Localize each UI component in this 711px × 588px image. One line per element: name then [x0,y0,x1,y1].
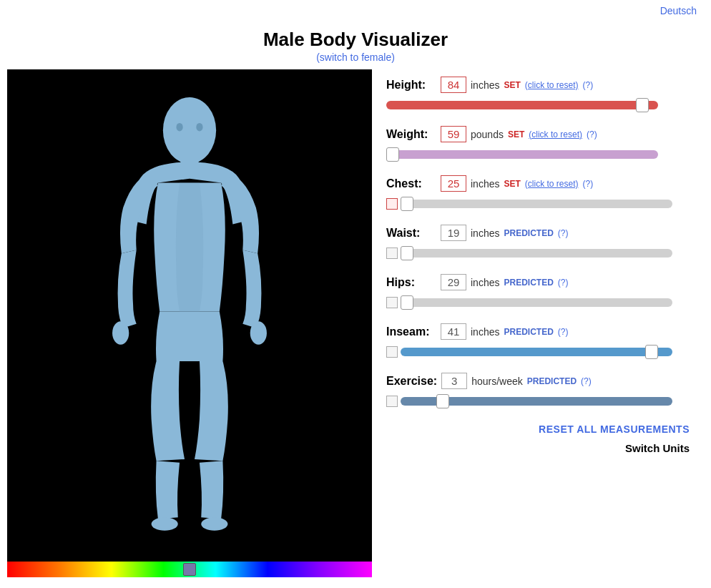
measurement-row-6: Exercise:3hours/weekPREDICTED(?) [386,373,690,409]
measurement-name-6: Exercise: [386,375,437,388]
checkbox-5[interactable] [386,346,398,358]
slider-track-6[interactable] [401,397,672,406]
measurement-unit-2: inches [471,178,499,190]
model-panel [7,69,372,577]
measurement-label-row-4: Hips:29inchesPREDICTED(?) [386,274,690,290]
measurement-value-5: 41 [441,323,466,340]
measurement-value-6: 3 [441,373,467,389]
measurement-unit-6: hours/week [471,376,523,387]
measurement-status-3: PREDICTED [504,228,553,238]
slider-container-1[interactable] [386,147,690,162]
slider-container-6[interactable] [386,393,690,409]
measurement-name-3: Waist: [386,227,436,240]
main-content: Height:84inchesSET(click to reset)(?)Wei… [0,69,711,577]
checkbox-6[interactable] [386,396,398,407]
measurement-label-row-1: Weight:59poundsSET(click to reset)(?) [386,126,690,142]
svg-point-2 [176,123,182,132]
reset-link-2[interactable]: (click to reset) [525,179,579,189]
measurement-status-4: PREDICTED [504,278,553,288]
slider-track-5[interactable] [401,348,672,356]
title-section: Male Body Visualizer (switch to female) [0,21,711,69]
measurement-name-2: Chest: [386,177,436,190]
model-figure [7,69,372,570]
slider-thumb-2[interactable] [401,197,413,211]
slider-track-2[interactable] [401,200,672,208]
help-link-0[interactable]: (?) [583,80,594,90]
reset-link-0[interactable]: (click to reset) [525,80,579,90]
slider-track-4[interactable] [401,298,672,307]
measurement-name-5: Inseam: [386,325,436,338]
controls-panel: Height:84inchesSET(click to reset)(?)Wei… [372,69,704,577]
reset-link-1[interactable]: (click to reset) [529,129,582,139]
slider-thumb-0[interactable] [636,98,649,112]
measurement-label-row-0: Height:84inchesSET(click to reset)(?) [386,77,690,93]
slider-thumb-5[interactable] [645,345,658,359]
bottom-buttons: RESET ALL MEASUREMENTS Switch Units [386,423,690,454]
svg-point-6 [152,517,178,531]
slider-container-4[interactable] [386,295,690,310]
svg-point-5 [250,321,267,345]
slider-thumb-1[interactable] [386,147,399,162]
switch-units-button[interactable]: Switch Units [625,442,690,454]
help-link-1[interactable]: (?) [587,129,597,139]
slider-container-3[interactable] [386,245,690,261]
measurement-row-0: Height:84inchesSET(click to reset)(?) [386,77,690,113]
help-link-3[interactable]: (?) [558,228,569,238]
measurement-row-5: Inseam:41inchesPREDICTED(?) [386,323,690,360]
svg-point-4 [112,321,129,345]
measurement-unit-3: inches [471,227,499,239]
checkbox-2[interactable] [386,198,398,210]
slider-container-2[interactable] [386,196,690,212]
slider-track-0[interactable] [386,101,658,109]
page-title: Male Body Visualizer [0,29,711,51]
slider-track-1[interactable] [386,150,658,159]
switch-gender-link[interactable]: (switch to female) [316,52,395,63]
measurement-unit-5: inches [471,326,499,338]
color-bar[interactable] [7,562,372,577]
measurement-unit-1: pounds [471,129,504,140]
slider-thumb-4[interactable] [401,295,413,310]
measurement-status-1: SET [508,129,524,139]
measurement-value-3: 19 [441,225,466,241]
help-link-6[interactable]: (?) [581,376,592,386]
measurement-status-2: SET [504,179,520,189]
svg-point-1 [163,97,216,164]
checkbox-3[interactable] [386,248,398,259]
slider-container-5[interactable] [386,344,690,360]
measurements-container: Height:84inchesSET(click to reset)(?)Wei… [386,77,690,409]
measurement-value-2: 25 [441,175,466,192]
measurement-unit-4: inches [471,277,499,288]
language-link[interactable]: Deutsch [660,5,697,16]
measurement-row-4: Hips:29inchesPREDICTED(?) [386,274,690,310]
measurement-row-1: Weight:59poundsSET(click to reset)(?) [386,126,690,162]
slider-thumb-3[interactable] [401,246,413,260]
measurement-status-6: PREDICTED [527,376,577,386]
slider-thumb-6[interactable] [436,394,449,408]
top-bar: Deutsch [0,0,711,21]
measurement-row-3: Waist:19inchesPREDICTED(?) [386,225,690,261]
measurement-name-4: Hips: [386,276,436,289]
measurement-label-row-3: Waist:19inchesPREDICTED(?) [386,225,690,241]
measurement-name-1: Weight: [386,128,436,141]
svg-point-3 [196,123,202,132]
measurement-row-2: Chest:25inchesSET(click to reset)(?) [386,175,690,212]
measurement-value-0: 84 [441,77,466,93]
help-link-2[interactable]: (?) [583,179,594,189]
measurement-label-row-5: Inseam:41inchesPREDICTED(?) [386,323,690,340]
body-model-svg [97,87,283,552]
measurement-name-0: Height: [386,79,436,92]
svg-point-7 [201,517,227,531]
measurement-label-row-6: Exercise:3hours/weekPREDICTED(?) [386,373,690,389]
measurement-unit-0: inches [471,79,499,91]
measurement-status-0: SET [504,80,520,90]
checkbox-4[interactable] [386,297,398,308]
help-link-5[interactable]: (?) [558,327,569,337]
slider-container-0[interactable] [386,97,690,113]
measurement-status-5: PREDICTED [504,327,553,337]
measurement-value-4: 29 [441,274,466,290]
slider-track-3[interactable] [401,249,672,258]
color-bar-thumb[interactable] [183,563,196,576]
reset-all-button[interactable]: RESET ALL MEASUREMENTS [539,423,690,435]
measurement-value-1: 59 [441,126,466,142]
help-link-4[interactable]: (?) [558,278,569,288]
